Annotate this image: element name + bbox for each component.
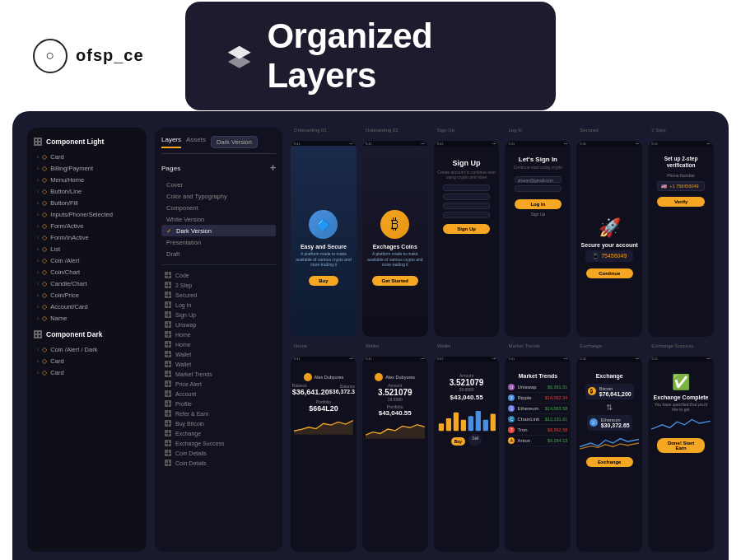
continue-button[interactable]: Continue <box>586 268 633 278</box>
list-item[interactable]: ›◇Button/Fill <box>34 197 140 208</box>
comp-item[interactable]: Home <box>161 339 276 349</box>
page-item-dark[interactable]: ✓ Dark Version <box>161 225 276 236</box>
comp-item[interactable]: Price Alert <box>161 379 276 389</box>
confirm-input[interactable] <box>443 212 490 218</box>
page-item-cover[interactable]: Cover <box>161 179 276 190</box>
user-name: Alex Dubyures <box>385 375 415 380</box>
comp-item[interactable]: Coin Details <box>161 448 276 458</box>
page-item-white[interactable]: White Version <box>161 213 276 225</box>
label-onboard1: Onboarding 01 <box>291 128 357 133</box>
comp-item[interactable]: Unswap <box>161 320 276 329</box>
step-title: Set up 2-step verification <box>651 156 711 170</box>
label-2step: 2 Step <box>648 128 714 133</box>
comp-item[interactable]: Refer & Earn <box>161 408 276 418</box>
comp-item[interactable]: Account <box>161 389 276 399</box>
list-item[interactable]: ›◇Form/Active <box>34 220 140 231</box>
tab-assets[interactable]: Assets <box>186 136 206 148</box>
sell-btn[interactable]: Sell <box>468 434 482 446</box>
amount-value: 3.521079 <box>450 378 484 387</box>
buy-btn[interactable]: Buy <box>451 437 465 446</box>
comp-item[interactable]: Exchange <box>161 428 276 438</box>
tab-layers[interactable]: Layers <box>161 136 181 148</box>
password-input[interactable] <box>443 203 490 209</box>
list-item[interactable]: ›◇Coin /Alert <box>34 254 140 266</box>
list-item[interactable]: ›◇Form/InActive <box>34 231 140 243</box>
pages-label: Pages <box>161 165 181 172</box>
comp-item[interactable]: Coin Details <box>161 458 276 468</box>
list-item[interactable]: ›◇Name <box>34 312 140 324</box>
market-item-tron: T Tron $6,362.58 <box>508 425 567 436</box>
code-display: 📱 75456049 <box>585 250 633 262</box>
list-item[interactable]: ›◇Candle/Chart <box>34 278 140 289</box>
list-item[interactable]: ›◇Button/Line <box>34 185 140 197</box>
login-button[interactable]: Log In <box>515 199 562 209</box>
phone-2step: 9:41▪▪▪ Set up 2-step verification Phone… <box>648 141 714 337</box>
component-dark-header: Component Dark <box>34 330 140 338</box>
list-item[interactable]: ›◇Coin/Price <box>34 289 140 301</box>
comp-item[interactable]: Buy Bitcoin <box>161 418 276 428</box>
buy-button[interactable]: Buy <box>309 276 338 286</box>
list-item[interactable]: ›◇Coin/Chart <box>34 266 140 278</box>
tab-dark-version[interactable]: Dark Version <box>211 136 258 148</box>
list-item[interactable]: ›◇Menu/Home <box>34 174 140 185</box>
balance-display: Balance $36,641.20 Balance $36,372.3 <box>292 383 355 396</box>
list-item[interactable]: ›◇Card <box>34 366 140 378</box>
signup-button[interactable]: Sign Up <box>443 224 490 234</box>
list-item[interactable]: ›◇Coin /Alert / Dark <box>34 343 140 355</box>
list-item[interactable]: ›◇Billing/Payment <box>34 162 140 174</box>
list-item[interactable]: ›◇Inputs/Phone/Selected <box>34 208 140 220</box>
label-wallet2: Wallet <box>434 343 500 348</box>
page-item-color[interactable]: Color and Typography <box>161 190 276 202</box>
phone-login: 9:41▪▪▪ Let's Sign In Continue start usi… <box>505 141 571 337</box>
page-item-draft[interactable]: Draft <box>161 248 276 259</box>
list-item[interactable]: ›◇Account/Card <box>34 301 140 312</box>
row2-labels: Home Wallet Wallet Market Trends Exchang… <box>291 343 714 348</box>
comp-item[interactable]: Log In <box>161 300 276 310</box>
phone-screen: Market Trends U Uniswap $6,391.51 X <box>505 362 571 553</box>
page-item-presentation[interactable]: Presentation <box>161 236 276 248</box>
svg-marker-2 <box>294 420 353 434</box>
logo-icon: ○ <box>33 39 68 73</box>
done-button[interactable]: Done! Start Earn <box>657 438 704 453</box>
comp-item[interactable]: 2 Step <box>161 280 276 290</box>
market-list: U Uniswap $6,391.51 X Ripple $14,062.34 <box>508 382 567 446</box>
svg-rect-4 <box>438 423 443 431</box>
comp-item[interactable]: Secured <box>161 290 276 300</box>
success-icon: ✅ <box>672 373 690 391</box>
list-item[interactable]: ›◇Card <box>34 355 140 366</box>
email-login-input[interactable]: sharon@gmail.com <box>515 176 562 183</box>
comp-item[interactable]: Sign Up <box>161 310 276 320</box>
page-item-component[interactable]: Component <box>161 202 276 213</box>
comp-item[interactable]: Market Trends <box>161 369 276 379</box>
signup-link[interactable]: Sign Up <box>531 212 546 217</box>
svg-rect-5 <box>445 418 450 430</box>
password-login-input[interactable] <box>515 185 562 192</box>
avatar <box>375 373 383 381</box>
list-item[interactable]: ›◇List <box>34 243 140 254</box>
comp-item[interactable]: Profile <box>161 399 276 408</box>
name-input[interactable] <box>443 184 490 191</box>
amount-value: 3.521079 <box>378 388 412 397</box>
to-exchange: Ξ Ethereum $30,372.65 <box>587 415 632 431</box>
add-page-button[interactable]: + <box>270 162 276 174</box>
svg-rect-7 <box>460 419 465 430</box>
comp-item[interactable]: Home <box>161 329 276 339</box>
success-chart <box>651 415 711 432</box>
eth-icon: Ξ <box>590 418 598 427</box>
phone-screen: Let's Sign In Continue start using crypt… <box>505 146 571 337</box>
phone-screen: Amount 3.521079 29.6580 $43,040.55 <box>434 362 500 553</box>
getstarted-button[interactable]: Get Started <box>372 276 418 286</box>
comp-item[interactable]: Exchange Success <box>161 438 276 448</box>
comp-item[interactable]: Wallet <box>161 349 276 359</box>
phone-input[interactable]: 🇺🇸+1 756456049 <box>657 181 704 191</box>
phone-home: 9:41▪▪▪ Alex Dubyures Balance $36,641.20… <box>291 357 357 553</box>
phone-screen: ₿ Exchages Coins A platform made to make… <box>362 146 428 337</box>
exchange-button[interactable]: Exchange <box>586 457 633 467</box>
label-login: Log In <box>505 128 571 133</box>
label-wallet: Wallet <box>362 343 428 348</box>
verify-button[interactable]: Verify <box>657 197 704 207</box>
comp-item[interactable]: Wallet <box>161 359 276 369</box>
list-item[interactable]: ›◇Card <box>34 151 140 162</box>
email-input[interactable] <box>443 194 490 200</box>
comp-item[interactable]: Code <box>161 270 276 280</box>
